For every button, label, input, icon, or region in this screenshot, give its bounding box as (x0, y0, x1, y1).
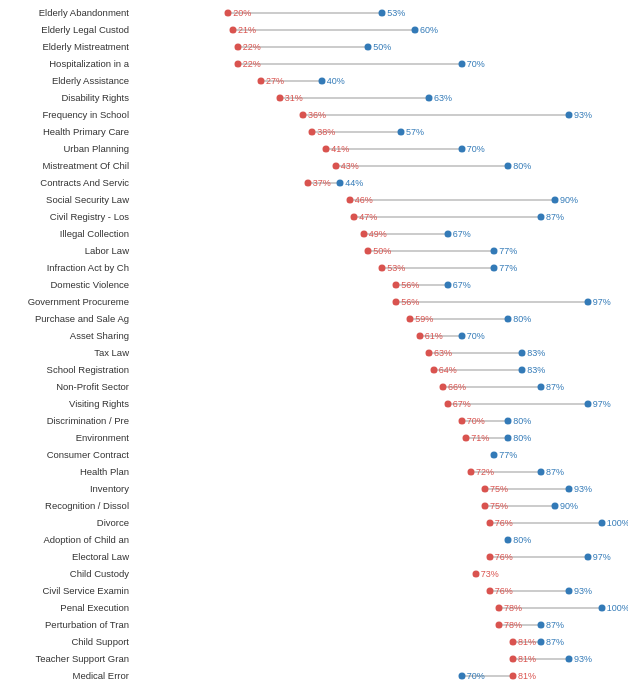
red-dot (393, 281, 400, 288)
bar-area: 75%90% (135, 497, 628, 514)
bar-area: 75%93% (135, 480, 628, 497)
bar-area: 21%60% (135, 21, 628, 38)
blue-dot (444, 230, 451, 237)
blue-label: 87% (546, 382, 564, 392)
row-label: Penal Execution (0, 602, 135, 613)
blue-label: 70% (467, 144, 485, 154)
blue-label: 100% (607, 518, 628, 528)
bar-area: 76%100% (135, 514, 628, 531)
blue-dot (584, 400, 591, 407)
blue-label: 67% (453, 280, 471, 290)
blue-dot (584, 298, 591, 305)
row-label: Illegal Collection (0, 228, 135, 239)
row-label: Tax Law (0, 347, 135, 358)
blue-label: 70% (467, 59, 485, 69)
bar-area: 27%40% (135, 72, 628, 89)
row-label: Medical Error (0, 670, 135, 681)
red-label: 56% (401, 280, 419, 290)
chart-row: Electoral Law76%97% (0, 548, 628, 565)
red-label: 49% (369, 229, 387, 239)
red-dot (440, 383, 447, 390)
red-label: 59% (415, 314, 433, 324)
row-label: Elderly Assistance (0, 75, 135, 86)
red-dot (276, 94, 283, 101)
blue-dot (598, 604, 605, 611)
red-label: 81% (518, 637, 536, 647)
row-label: Non-Profit Sector (0, 381, 135, 392)
red-dot (486, 587, 493, 594)
red-label: 50% (373, 246, 391, 256)
blue-dot (491, 247, 498, 254)
row-label: Social Security Law (0, 194, 135, 205)
row-label: Civil Registry - Los (0, 211, 135, 222)
chart-row: Urban Planning41%70% (0, 140, 628, 157)
chart-row: Recognition / Dissol75%90% (0, 497, 628, 514)
red-dot (463, 434, 470, 441)
red-dot (379, 264, 386, 271)
bar-area: 36%93% (135, 106, 628, 123)
blue-dot (552, 502, 559, 509)
red-label: 21% (238, 25, 256, 35)
chart-row: Health Plan72%87% (0, 463, 628, 480)
row-label: Elderly Legal Custod (0, 24, 135, 35)
bar-area: 53%77% (135, 259, 628, 276)
blue-dot (519, 366, 526, 373)
row-label: Health Primary Care (0, 126, 135, 137)
blue-label: 40% (327, 76, 345, 86)
blue-label: 70% (467, 331, 485, 341)
row-label: Purchase and Sale Ag (0, 313, 135, 324)
row-label: Visiting Rights (0, 398, 135, 409)
row-label: Teacher Support Gran (0, 653, 135, 664)
row-label: Domestic Violence (0, 279, 135, 290)
bar-area: 76%93% (135, 582, 628, 599)
chart-row: Medical Error81%70% (0, 667, 628, 684)
red-dot (426, 349, 433, 356)
blue-dot (566, 485, 573, 492)
blue-dot (538, 213, 545, 220)
red-dot (496, 621, 503, 628)
row-label: Elderly Abandonment (0, 7, 135, 18)
bar-area: 59%80% (135, 310, 628, 327)
bar-area: 43%80% (135, 157, 628, 174)
row-label: Inventory (0, 483, 135, 494)
bar-area: 31%63% (135, 89, 628, 106)
chart-row: Contracts And Servic37%44% (0, 174, 628, 191)
blue-dot (505, 417, 512, 424)
bar-area: 76%97% (135, 548, 628, 565)
red-dot (323, 145, 330, 152)
chart-row: Elderly Mistreatment22%50% (0, 38, 628, 55)
blue-dot (491, 451, 498, 458)
blue-label: 77% (499, 450, 517, 460)
chart-row: Visiting Rights67%97% (0, 395, 628, 412)
chart-row: Labor Law50%77% (0, 242, 628, 259)
red-dot (365, 247, 372, 254)
row-label: Perturbation of Tran (0, 619, 135, 630)
red-label: 36% (308, 110, 326, 120)
chart-row: Consumer Contract77% (0, 446, 628, 463)
bar-area: 72%87% (135, 463, 628, 480)
chart-row: Civil Registry - Los47%87% (0, 208, 628, 225)
red-dot (458, 417, 465, 424)
blue-label: 80% (513, 535, 531, 545)
blue-label: 83% (527, 365, 545, 375)
blue-dot (444, 281, 451, 288)
red-label: 76% (495, 586, 513, 596)
chart-row: Frequency in School36%93% (0, 106, 628, 123)
red-label: 72% (476, 467, 494, 477)
blue-dot (458, 145, 465, 152)
red-dot (332, 162, 339, 169)
red-label: 67% (453, 399, 471, 409)
red-label: 43% (341, 161, 359, 171)
blue-dot (538, 468, 545, 475)
red-dot (300, 111, 307, 118)
red-dot (393, 298, 400, 305)
red-label: 81% (518, 654, 536, 664)
red-label: 61% (425, 331, 443, 341)
bar-area: 81%93% (135, 650, 628, 667)
chart-row: Divorce76%100% (0, 514, 628, 531)
blue-label: 67% (453, 229, 471, 239)
red-label: 66% (448, 382, 466, 392)
blue-label: 57% (406, 127, 424, 137)
chart-row: Child Support81%87% (0, 633, 628, 650)
blue-label: 93% (574, 654, 592, 664)
